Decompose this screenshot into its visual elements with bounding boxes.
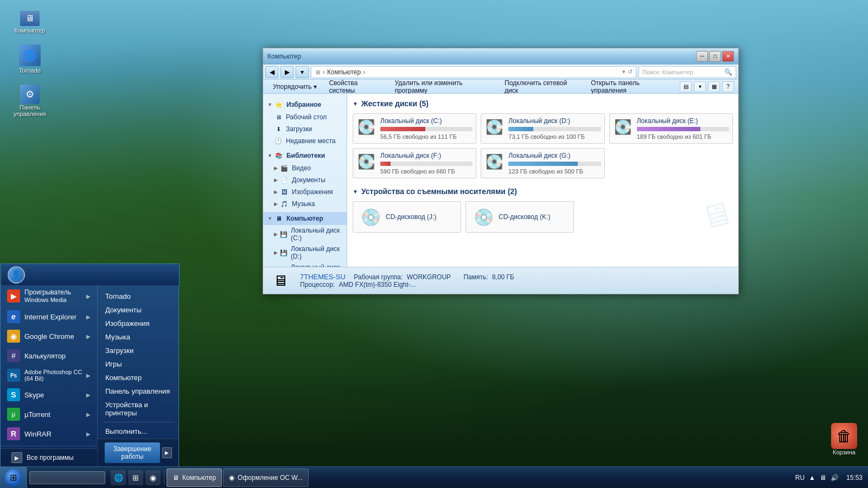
start-menu-item-media-player[interactable]: ▶ ПроигрывательWindows Media ▶	[1, 285, 97, 307]
drive-e-bar	[637, 127, 729, 131]
images-label: Изображения	[292, 188, 333, 196]
taskbar-search[interactable]	[29, 471, 105, 484]
sidebar-images[interactable]: ▶ 🖼 Изображения	[263, 186, 347, 198]
view-btn-2[interactable]: ▦	[708, 81, 720, 92]
sidebar-recent[interactable]: 🕐 Недавние места	[263, 135, 347, 147]
search-bar[interactable]: Поиск: Компьютер 🔍	[639, 66, 736, 78]
start-menu-right-documents[interactable]: Документы	[98, 303, 178, 317]
view-btn-1[interactable]: ▤	[680, 81, 692, 92]
sidebar-local-e[interactable]: ▶ 💾 Локальный диск (E:)	[263, 262, 347, 267]
start-menu-right-images[interactable]: Изображения	[98, 317, 178, 330]
shutdown-button[interactable]: Завершение работы	[105, 442, 160, 463]
ql-chrome[interactable]: ◉	[145, 470, 161, 485]
cd-drive-k[interactable]: 💿 CD-дисковод (K:)	[465, 201, 574, 233]
taskbar-item-chrome[interactable]: ◉ Оформление OC W...	[223, 468, 309, 487]
organize-menu[interactable]: Упорядочить ▾	[267, 82, 322, 92]
status-computer-name: 7THEMES-SU	[300, 273, 346, 281]
sidebar-documents[interactable]: ▶ 📄 Документы	[263, 174, 347, 186]
start-menu-item-photoshop[interactable]: Ps Adobe Photoshop CC (64 Bit) ▶	[1, 365, 97, 385]
taskbar-item-explorer[interactable]: 🖥 Компьютер	[167, 468, 222, 487]
start-menu-right-computer[interactable]: Компьютер	[98, 371, 178, 384]
drive-c[interactable]: 💽 Локальный диск (C:) 56,5 ГБ свободно и…	[353, 113, 476, 144]
sidebar-computer-header[interactable]: ▼ 🖥 Компьютер	[263, 212, 347, 225]
cd-drive-j[interactable]: 💿 CD-дисковод (J:)	[353, 201, 461, 233]
all-programs-label: Все программы	[27, 454, 74, 461]
drive-d[interactable]: 💽 Локальный диск (D:) 73,1 ГБ свободно и…	[481, 113, 604, 144]
tornado-icon-label: Tornado	[19, 67, 41, 74]
downloads-sidebar-label: Загрузки	[286, 125, 312, 133]
back-button[interactable]: ◀	[265, 66, 278, 78]
drive-e[interactable]: 💽 Локальный диск (E:) 189 ГБ свободно из…	[609, 113, 733, 144]
system-props-btn[interactable]: Свойства системы	[323, 78, 388, 95]
start-menu-right-panel: Tornado Документы Изображения Музыка Заг…	[98, 285, 178, 466]
sidebar-video[interactable]: ▶ 🎬 Видео	[263, 162, 347, 174]
sidebar-libraries-header[interactable]: ▼ 📚 Библиотеки	[263, 149, 347, 162]
taskbar-chrome-icon: ◉	[229, 474, 234, 481]
explorer-status: 🖥 7THEMES-SU Рабочая группа: WORKGROUP П…	[263, 267, 738, 294]
search-placeholder: Поиск: Компьютер	[642, 69, 693, 75]
close-button[interactable]: ✕	[722, 51, 734, 62]
ql-ie[interactable]: 🌐	[111, 470, 126, 485]
libraries-expand-icon: ▼	[267, 153, 272, 158]
computer-icon-label: Компьютер	[15, 27, 46, 34]
drive-f[interactable]: 💽 Локальный диск (F:) 590 ГБ свободно из…	[353, 148, 476, 178]
status-processor-label: Процессор:	[300, 281, 335, 288]
taskbar-explorer-label: Компьютер	[182, 474, 216, 481]
start-menu-right-run[interactable]: Выполнить...	[98, 425, 178, 438]
uninstall-btn[interactable]: Удалить или изменить программу	[390, 78, 498, 95]
open-panel-btn[interactable]: Открыть панель управления	[585, 78, 679, 95]
tray-language[interactable]: RU	[795, 474, 805, 481]
start-menu-right-games[interactable]: Игры	[98, 357, 178, 371]
address-refresh[interactable]: ▾	[622, 68, 626, 75]
winrar-label: WinRAR	[24, 430, 52, 438]
maximize-button[interactable]: □	[709, 51, 721, 62]
start-menu-item-winrar[interactable]: R WinRAR ▶	[1, 424, 97, 444]
sidebar-local-c[interactable]: ▶ 💾 Локальный диск (C:)	[263, 225, 347, 243]
panel-icon-label: Панель управления	[11, 104, 49, 117]
desktop-icon-computer[interactable]: 🖥 Компьютер	[11, 11, 49, 34]
start-menu-right-music[interactable]: Музыка	[98, 330, 178, 344]
local-c-expand: ▶	[274, 232, 278, 237]
start-menu-item-chrome[interactable]: ◉ Google Chrome ▶	[1, 326, 97, 346]
start-menu-right-tornado[interactable]: Tornado	[98, 290, 178, 303]
desktop-icon-panel[interactable]: ⚙ Панель управления	[11, 85, 49, 117]
start-menu-right-panel[interactable]: Панель управления	[98, 384, 178, 398]
shutdown-arrow-btn[interactable]: ▶	[162, 447, 172, 458]
tray-up-icon: ▲	[809, 474, 815, 481]
desktop-icon-tornado[interactable]: 🌀 Tornado	[11, 44, 49, 74]
ql-win[interactable]: ⊞	[128, 470, 143, 485]
docs-expand: ▶	[274, 177, 278, 183]
address-bar[interactable]: 🖥 › Компьютер › ▾ ↺	[311, 66, 636, 78]
forward-button[interactable]: ▶	[280, 66, 293, 78]
local-d-icon: 💾	[280, 248, 288, 257]
recycle-bin[interactable]: 🗑 Корзина	[831, 423, 857, 455]
sidebar-desktop[interactable]: 🖥 Рабочий стол	[263, 111, 347, 123]
view-dropdown[interactable]: ▾	[694, 81, 706, 92]
window-controls: ─ □ ✕	[696, 51, 734, 62]
right-divider	[102, 422, 174, 422]
sidebar-favorites-section: ▼ ⭐ Избранное 🖥 Рабочий стол ⬇ Загрузки …	[263, 98, 347, 147]
address-go[interactable]: ↺	[628, 68, 633, 75]
sidebar-downloads[interactable]: ⬇ Загрузки	[263, 123, 347, 135]
minimize-button[interactable]: ─	[696, 51, 708, 62]
chrome-label: Google Chrome	[24, 332, 74, 341]
drive-g-fill	[508, 162, 578, 166]
start-menu-item-skype[interactable]: S Skype ▶	[1, 385, 97, 404]
start-menu-item-calc[interactable]: # Калькулятор	[1, 346, 97, 365]
connect-drive-btn[interactable]: Подключить сетевой диск	[499, 78, 584, 95]
sidebar-music[interactable]: ▶ 🎵 Музыка	[263, 198, 347, 210]
dropdown-button[interactable]: ▾	[296, 66, 309, 78]
sidebar-favorites-header[interactable]: ▼ ⭐ Избранное	[263, 98, 347, 111]
start-menu-right-devices[interactable]: Устройства и принтеры	[98, 398, 178, 420]
drive-g-space: 123 ГБ свободно из 500 ГБ	[508, 168, 601, 175]
start-menu-item-utorrent[interactable]: µ µTorrent ▶	[1, 404, 97, 424]
start-button[interactable]: ⊞	[0, 467, 27, 489]
sidebar-local-d[interactable]: ▶ 💾 Локальный диск (D:)	[263, 243, 347, 262]
drive-d-name: Локальный диск (D:)	[508, 117, 601, 125]
start-menu-item-ie[interactable]: e Internet Explorer ▶	[1, 307, 97, 326]
start-menu-right-downloads[interactable]: Загрузки	[98, 344, 178, 357]
start-menu-all-programs[interactable]: ▶ Все программы	[1, 448, 97, 466]
start-menu-play-btn[interactable]: ▶	[11, 452, 22, 463]
help-btn[interactable]: ?	[722, 81, 734, 92]
drive-g[interactable]: 💽 Локальный диск (G:) 123 ГБ свободно из…	[481, 148, 604, 178]
